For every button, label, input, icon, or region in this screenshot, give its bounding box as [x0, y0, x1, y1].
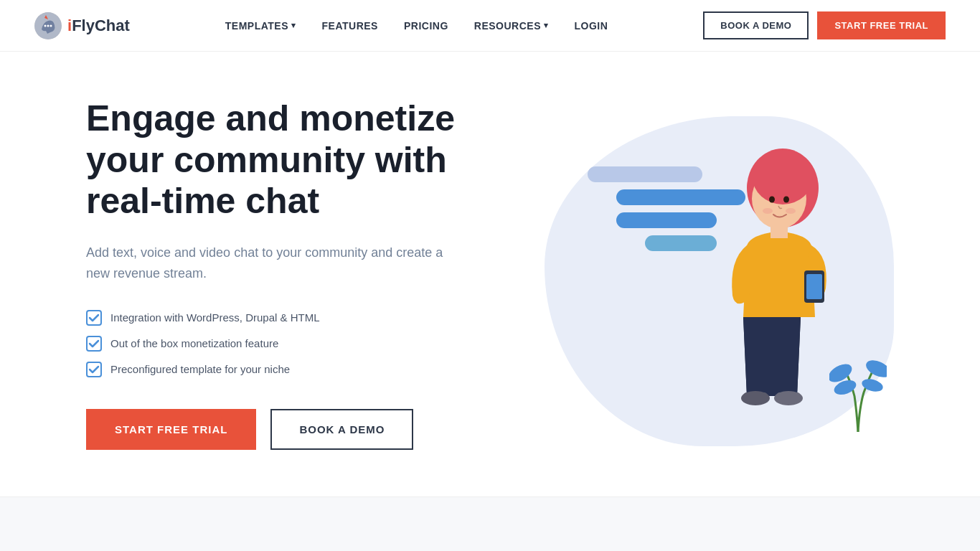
check-icon-3 [86, 362, 102, 377]
plant-illustration [829, 353, 887, 439]
nav-actions: BOOK A DEMO START FREE TRIAL [703, 11, 946, 39]
svg-point-20 [786, 208, 796, 214]
hero-section: Engage and monetize your community with … [0, 52, 980, 496]
list-item: Integration with WordPress, Drupal & HTM… [86, 310, 530, 326]
svg-rect-12 [771, 224, 788, 238]
nav-book-demo-button[interactable]: BOOK A DEMO [703, 11, 809, 39]
feature-3-text: Preconfigured template for your niche [110, 363, 290, 375]
navbar: iFlyChat TEMPLATES FEATURES PRICING RESO… [0, 0, 980, 52]
svg-rect-16 [776, 392, 801, 401]
logo[interactable]: iFlyChat [34, 12, 130, 39]
hero-left: Engage and monetize your community with … [86, 98, 530, 449]
hero-illustration [530, 102, 894, 446]
feature-1-text: Integration with WordPress, Drupal & HTM… [110, 311, 320, 324]
svg-point-3 [50, 24, 52, 27]
hero-features: Integration with WordPress, Drupal & HTM… [86, 310, 530, 377]
feature-2-text: Out of the box monetization feature [110, 337, 278, 349]
nav-links: TEMPLATES FEATURES PRICING RESOURCES LOG… [225, 19, 608, 32]
svg-point-9 [753, 150, 813, 204]
check-icon-1 [86, 310, 102, 326]
hero-title: Engage and monetize your community with … [86, 98, 488, 222]
hero-right [530, 102, 894, 446]
nav-pricing[interactable]: PRICING [404, 19, 448, 32]
svg-point-17 [769, 197, 775, 203]
svg-point-23 [863, 357, 887, 380]
nav-resources[interactable]: RESOURCES [474, 20, 549, 32]
nav-templates[interactable]: TEMPLATES [225, 20, 296, 32]
bottom-section [0, 496, 980, 551]
svg-point-2 [47, 24, 50, 27]
hero-buttons: START FREE TRIAL BOOK A DEMO [86, 409, 530, 450]
svg-rect-14 [743, 392, 768, 401]
nav-login[interactable]: LOGIN [574, 19, 608, 32]
svg-point-1 [44, 24, 47, 27]
list-item: Out of the box monetization feature [86, 336, 530, 352]
check-icon-2 [86, 336, 102, 352]
hero-book-demo-button[interactable]: BOOK A DEMO [270, 409, 413, 450]
svg-point-19 [763, 208, 773, 214]
logo-text: iFlyChat [67, 17, 130, 35]
svg-rect-11 [806, 274, 822, 299]
hero-subtitle: Add text, voice and video chat to your c… [86, 242, 445, 284]
nav-start-trial-button[interactable]: START FREE TRIAL [817, 11, 946, 39]
hero-start-trial-button[interactable]: START FREE TRIAL [86, 409, 256, 450]
list-item: Preconfigured template for your niche [86, 362, 530, 377]
svg-point-18 [783, 197, 789, 203]
logo-icon [34, 12, 62, 39]
nav-features[interactable]: FEATURES [322, 19, 378, 32]
